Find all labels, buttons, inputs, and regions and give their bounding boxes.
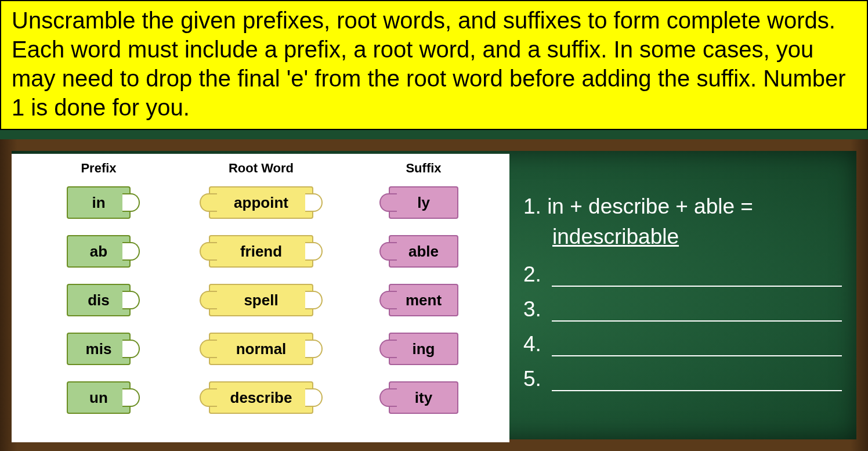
suffix-piece-ing[interactable]: ing	[389, 333, 458, 365]
rootword-header: Root Word	[229, 161, 294, 176]
answer-5-number: 5.	[523, 367, 541, 391]
root-piece-friend[interactable]: friend	[209, 235, 313, 268]
answer-1-number: 1.	[523, 194, 541, 218]
answer-2-blank[interactable]	[552, 268, 842, 287]
prefix-piece-mis[interactable]: mis	[67, 333, 131, 365]
answer-4-number: 4.	[523, 332, 541, 356]
answer-4-blank[interactable]	[552, 338, 842, 356]
answer-3-number: 3.	[523, 297, 541, 321]
suffix-piece-ment[interactable]: ment	[389, 284, 458, 316]
answer-3: 3.	[523, 297, 842, 322]
answer-1: 1. in + describe + able = indescribable	[523, 192, 842, 252]
suffix-piece-ly[interactable]: ly	[389, 186, 458, 219]
root-piece-describe[interactable]: describe	[209, 381, 313, 414]
prefix-piece-in[interactable]: in	[67, 186, 131, 219]
instructions-banner: Unscramble the given prefixes, root word…	[0, 0, 868, 130]
prefix-piece-un[interactable]: un	[67, 381, 131, 414]
prefix-piece-ab[interactable]: ab	[67, 235, 131, 268]
answer-3-blank[interactable]	[552, 303, 842, 322]
rootword-column: Root Word appoint friend spell normal de…	[168, 161, 354, 430]
prefix-piece-dis[interactable]: dis	[67, 284, 131, 316]
suffix-column: Suffix ly able ment ing ity	[366, 161, 482, 430]
answers-section: 1. in + describe + able = indescribable …	[523, 192, 842, 402]
answer-5-blank[interactable]	[552, 373, 842, 391]
answer-5: 5.	[523, 367, 842, 391]
answer-4: 4.	[523, 332, 842, 356]
root-piece-normal[interactable]: normal	[209, 333, 313, 365]
suffix-piece-able[interactable]: able	[389, 235, 458, 268]
answer-1-equation: in + describe + able =	[547, 194, 753, 218]
suffix-piece-ity[interactable]: ity	[389, 381, 458, 414]
root-piece-appoint[interactable]: appoint	[209, 186, 313, 219]
answer-1-result: indescribable	[552, 225, 679, 248]
answer-2: 2.	[523, 262, 842, 287]
prefix-column: Prefix in ab dis mis un	[41, 161, 157, 430]
suffix-header: Suffix	[406, 161, 441, 176]
root-piece-spell[interactable]: spell	[209, 284, 313, 316]
prefix-header: Prefix	[81, 161, 116, 176]
puzzle-panel: Prefix in ab dis mis un Root Word appoin…	[12, 154, 509, 442]
answer-2-number: 2.	[523, 262, 541, 286]
